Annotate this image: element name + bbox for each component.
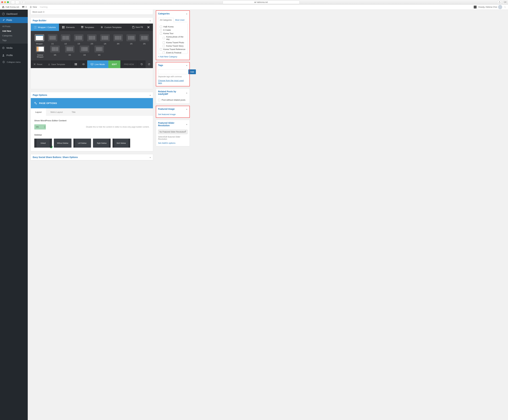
category-item[interactable]: Korea Travel Photo — [160, 41, 186, 44]
category-item[interactable]: Korea Tour — [160, 32, 186, 35]
column-preset[interactable]: 1/4 — [100, 34, 110, 45]
sidebar-option[interactable]: Left Sidebar — [74, 139, 91, 147]
column-preset[interactable]: 1/5 — [126, 34, 136, 45]
tab-elements[interactable]: Elements — [59, 23, 78, 31]
share-icon[interactable] — [497, 1, 501, 4]
close-window-icon[interactable] — [1, 1, 3, 3]
tab-most-used[interactable]: Most Used — [173, 18, 186, 22]
checkbox-icon[interactable] — [160, 48, 162, 51]
grid-view-button[interactable] — [72, 60, 80, 68]
column-preset[interactable]: 1/6 — [79, 46, 90, 58]
preview-button[interactable]: PREVIEW — [120, 60, 138, 68]
submenu-categories[interactable]: Categories — [0, 33, 28, 38]
tags-header[interactable]: Tags ▲ — [156, 62, 189, 68]
chevron-up-icon[interactable]: ▲ — [186, 13, 187, 15]
sidebar-item-posts[interactable]: Posts — [0, 17, 28, 23]
chevron-up-icon[interactable]: ▲ — [149, 94, 151, 96]
save-template-button[interactable]: Save Template — [45, 60, 68, 68]
chevron-up-icon[interactable]: ▲ — [149, 156, 151, 158]
tab-title[interactable]: Title — [67, 108, 80, 116]
back-button[interactable]: ‹ — [11, 1, 15, 4]
checkbox-icon[interactable] — [163, 37, 165, 39]
page-builder-header[interactable]: Page Builder ▲ — [31, 18, 153, 23]
submenu-add-new[interactable]: Add New — [0, 29, 28, 33]
sidebar-item-media[interactable]: Media — [0, 45, 28, 51]
column-preset[interactable]: 1/3 — [74, 34, 84, 45]
checkbox-icon[interactable] — [163, 45, 165, 47]
chevron-up-icon[interactable]: ▲ — [186, 123, 187, 125]
checkbox-icon[interactable] — [160, 32, 162, 35]
tab-metro-layout[interactable]: Metro Layout — [46, 108, 67, 116]
set-addon-link[interactable]: Set AddOn options — [158, 142, 175, 144]
page-options-header[interactable]: Page Options ▲ — [31, 92, 153, 98]
checkbox-icon[interactable] — [163, 42, 165, 44]
preview-eye-button[interactable] — [80, 60, 87, 68]
chevron-up-icon[interactable]: ▲ — [149, 20, 151, 22]
category-item[interactable]: HaB Korea — [160, 25, 186, 28]
category-item[interactable]: K Celeb — [160, 28, 186, 32]
edit-button[interactable]: EDIT — [108, 60, 120, 68]
sidebar-toggle-icon[interactable] — [21, 1, 25, 4]
chevron-up-icon[interactable]: ▲ — [186, 64, 187, 66]
show-editor-toggle[interactable]: ON — [34, 124, 46, 129]
slider-select[interactable]: No Featured Slider Revolution — [158, 130, 187, 134]
new-content-link[interactable]: New — [30, 6, 37, 8]
category-item[interactable]: Korea Travel Story — [160, 44, 186, 48]
live-mode-button[interactable]: Live Mode — [87, 60, 108, 68]
category-item[interactable]: Korea photo of the day — [160, 35, 186, 41]
submenu-tags[interactable]: Tags — [0, 38, 28, 43]
user-menu[interactable]: Howdy, Helena Choi — [478, 5, 502, 9]
tab-custom-templates[interactable]: Custom Templates — [97, 23, 125, 31]
category-item[interactable]: Event & Festival — [160, 51, 186, 54]
checkbox-icon[interactable] — [160, 29, 162, 31]
reload-icon[interactable] — [505, 1, 507, 3]
add-category-link[interactable]: + Add New Category — [158, 55, 177, 58]
tab-all-categories[interactable]: All Categories — [158, 18, 174, 22]
choose-tags-link[interactable]: Choose from the most used tags — [158, 79, 184, 84]
sidebar-item-profile[interactable]: Profile — [0, 52, 28, 58]
categories-header[interactable]: Categories ▲ — [156, 11, 189, 16]
easy-social-header[interactable]: Easy Social Share Buttons: Share Options… — [31, 154, 153, 160]
tab-layout[interactable]: Layout — [31, 108, 46, 116]
sidebar-option[interactable]: Right Sidebar — [93, 139, 111, 147]
close-builder-button[interactable] — [146, 24, 151, 30]
sidebar-option[interactable]: Default✓ — [34, 139, 52, 147]
builder-canvas[interactable] — [31, 68, 153, 89]
tags-input[interactable] — [158, 69, 187, 74]
notification-icon[interactable] — [474, 6, 477, 8]
undo-button[interactable] — [138, 60, 145, 68]
caching-link[interactable]: Caching — [40, 6, 48, 8]
sidebar-option[interactable]: Without Sidebar — [54, 139, 72, 147]
related-header[interactable]: Related Posts by IntellyWP ▲ — [156, 88, 189, 97]
column-preset[interactable]: 1/2 — [60, 34, 71, 45]
address-bar[interactable]: habkorea.net — [223, 0, 300, 4]
chevron-up-icon[interactable]: ▲ — [186, 108, 187, 110]
redo-button[interactable] — [145, 60, 153, 68]
column-preset[interactable]: 5/6 — [93, 46, 105, 58]
submenu-all-posts[interactable]: All Posts — [0, 24, 28, 29]
chevron-up-icon[interactable]: ▲ — [186, 92, 187, 94]
related-checkbox-row[interactable]: Post without related posts — [158, 98, 187, 102]
checkbox-icon[interactable] — [158, 99, 160, 101]
site-home-link[interactable]: HaB Korea.net — [2, 6, 19, 8]
forward-button[interactable]: › — [15, 1, 19, 4]
checkbox-icon[interactable] — [160, 26, 162, 28]
column-preset[interactable]: 2/5 — [139, 34, 149, 45]
column-preset[interactable]: Sidebar Wrapper — [34, 46, 46, 58]
tab-templates[interactable]: Templates — [78, 23, 97, 31]
slider-header[interactable]: Featured Slider Revolution ▲ — [156, 120, 189, 128]
sidebar-option[interactable]: Both Sidebar — [112, 139, 130, 147]
sidebar-item-dashboard[interactable]: Dashboard — [0, 11, 28, 17]
column-preset[interactable]: 3/5 — [49, 46, 61, 58]
featured-header[interactable]: Featured Image ▲ — [156, 106, 189, 112]
column-preset[interactable]: 1/1 — [47, 34, 58, 45]
tab-wrapper-columns[interactable]: Wrapper / Columns — [31, 23, 59, 31]
comments-link[interactable]: 0 — [22, 6, 27, 8]
save-pb-button[interactable]: Save PB — [130, 23, 145, 31]
search-icon[interactable] — [504, 6, 506, 8]
collapse-menu-button[interactable]: Collapse menu — [0, 59, 28, 65]
checkbox-icon[interactable] — [163, 52, 165, 54]
set-featured-image-link[interactable]: Set featured image — [158, 113, 176, 116]
column-preset[interactable]: 4/5 — [64, 46, 76, 58]
add-tag-button[interactable]: Add — [188, 69, 196, 74]
